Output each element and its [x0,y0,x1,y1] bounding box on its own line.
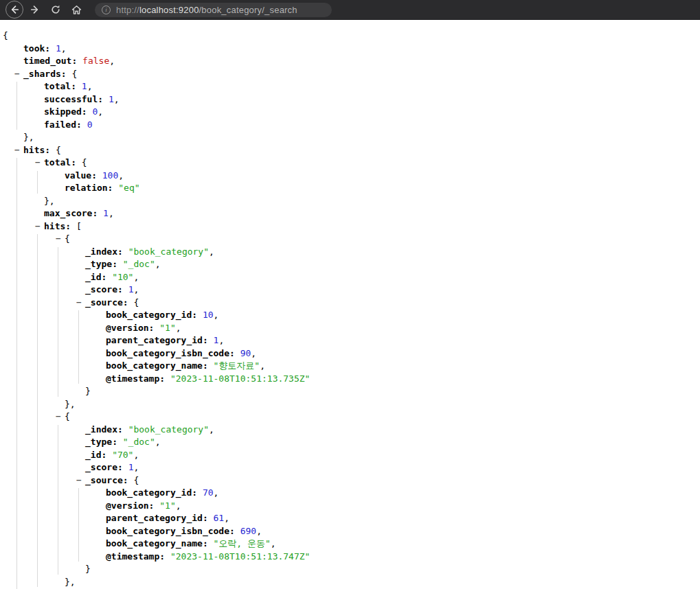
json-comma: , [133,272,139,282]
json-comma: , [251,348,256,358]
json-value-number: 1 [109,94,114,104]
json-bracket: [ [76,221,82,231]
json-line: @version: "1", [106,322,700,335]
json-viewer: {took: 1,timed_out: false,−_shards: {tot… [0,20,700,589]
url-bar[interactable]: i http://localhost:9200/book_category/_s… [95,3,332,17]
json-line: parent_category_id: 1, [106,334,700,347]
json-children: took: 1,timed_out: false,−_shards: {tota… [23,43,700,589]
collapse-toggle-icon[interactable]: − [56,233,61,246]
json-key: hits: [44,221,76,231]
reload-button[interactable] [47,1,65,19]
json-key: took: [23,43,56,54]
json-key: _index: [85,246,128,257]
json-comma: , [176,323,181,333]
home-button[interactable] [67,1,85,19]
json-entry: −hits: {−total: {value: 100,relation: "e… [23,144,700,589]
json-bracket: { [133,475,139,485]
collapse-toggle-icon[interactable]: − [76,297,82,310]
info-icon[interactable]: i [102,5,111,14]
url-path: /book_category/_search [199,5,297,15]
json-line: successful: 1, [44,93,700,106]
forward-button[interactable] [26,1,44,19]
reload-icon [50,4,61,15]
json-key: successful: [44,94,109,104]
json-comma: , [133,284,139,294]
json-line: book_category_isbn_code: 690, [106,525,700,538]
json-comma: , [109,56,115,66]
json-key: _score: [85,462,128,472]
json-comma: , [114,94,120,104]
json-line: relation: "eq" [65,182,700,195]
json-key: _id: [85,272,112,282]
json-value-number: 0 [87,119,93,130]
json-line: −hits: { [23,144,700,157]
json-line: total: 1, [44,80,700,93]
json-line: } [85,563,700,576]
json-value-string: "1" [159,500,175,511]
json-comma: , [87,81,93,91]
json-key: @timestamp: [106,373,170,384]
json-children: _index: "book_category",_type: "_doc",_i… [85,424,700,576]
back-button[interactable] [5,1,23,19]
json-value-boolean: false [82,56,109,66]
json-line: −hits: [ [44,220,700,233]
json-key: @version: [106,500,159,511]
json-comma: , [218,335,224,345]
collapse-toggle-icon[interactable]: − [76,474,82,487]
json-children: book_category_id: 70,@version: "1",paren… [106,487,700,563]
collapse-toggle-icon[interactable]: − [35,220,41,233]
url-host: localhost:9200 [139,5,199,15]
json-line: _score: 1, [85,284,700,297]
json-comma: , [61,43,67,54]
json-line: _type: "_doc", [85,258,700,271]
json-value-number: 1 [56,43,61,54]
json-line: { [3,30,700,43]
json-value-number: 100 [102,170,118,181]
json-value-number: 690 [240,526,256,536]
json-bracket: } [85,564,91,574]
json-line: }, [23,131,700,144]
json-value-number: 61 [214,513,225,523]
json-children: value: 100,relation: "eq" [65,170,700,195]
json-line: } [85,385,700,398]
json-line: −_source: { [85,474,700,487]
json-value-string: "1" [159,323,175,333]
json-key: _source: [85,475,133,485]
json-key: _type: [85,437,123,447]
json-entry: −_source: {book_category_id: 70,@version… [85,474,700,576]
json-value-number: 70 [203,487,214,498]
json-key: skipped: [44,106,92,117]
home-icon [71,4,82,16]
json-entry: −{_index: "book_category",_type: "_doc",… [65,411,700,588]
json-line: @timestamp: "2023-11-08T10:51:13.747Z" [106,551,700,564]
json-comma: , [133,462,139,472]
json-comma: , [133,450,139,460]
forward-arrow-icon [30,4,41,15]
json-key: book_category_name: [106,538,214,548]
json-line: took: 1, [23,43,700,56]
json-line: @timestamp: "2023-11-08T10:51:13.735Z" [106,373,700,386]
json-children: −total: {value: 100,relation: "eq"},max_… [44,157,700,589]
json-children: _index: "book_category",_type: "_doc",_i… [85,246,700,398]
json-comma: , [224,513,229,523]
json-key: book_category_isbn_code: [106,348,240,358]
json-entry: −_source: {book_category_id: 10,@version… [85,297,700,398]
collapse-toggle-icon[interactable]: − [14,68,20,81]
collapse-toggle-icon[interactable]: − [14,144,20,157]
json-line: book_category_name: "오락, 운동", [106,538,700,551]
json-value-string: "10" [112,272,133,282]
json-bracket: { [71,69,77,79]
browser-toolbar: i http://localhost:9200/book_category/_s… [0,0,700,20]
json-key: book_category_id: [106,487,203,498]
json-value-string: "book_category" [128,246,209,257]
json-line: failed: 0 [44,119,700,132]
json-value-number: 90 [240,348,251,358]
json-key: _shards: [23,69,71,79]
json-children: book_category_id: 10,@version: "1",paren… [106,309,700,385]
json-line: book_category_name: "향토자료", [106,360,700,373]
url-text: http://localhost:9200/book_category/_sea… [116,5,297,15]
collapse-toggle-icon[interactable]: − [56,411,61,424]
collapse-toggle-icon[interactable]: − [35,157,41,170]
json-line: _type: "_doc", [85,436,700,449]
json-value-string: "eq" [118,183,139,193]
